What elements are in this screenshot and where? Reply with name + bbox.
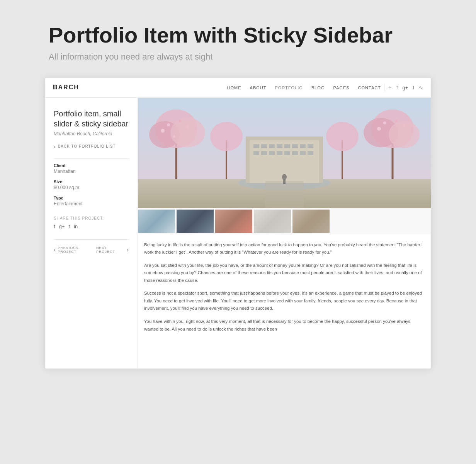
nav-link-about[interactable]: ABOUT [250, 85, 267, 90]
type-value: Entertainment [54, 201, 129, 206]
svg-point-26 [179, 120, 181, 122]
svg-rect-6 [261, 144, 267, 148]
divider [54, 158, 129, 159]
share-section: SHARE THIS PROJECT: f g+ t in [54, 214, 129, 229]
next-project-button[interactable]: NEXT PROJECT [96, 246, 129, 254]
svg-rect-42 [265, 181, 304, 208]
svg-point-25 [167, 123, 170, 126]
rss-icon[interactable]: ∿ [419, 85, 423, 90]
navbar: BARCH HOME ABOUT PORTFOLIO BLOG PAGES CO… [45, 78, 431, 98]
client-group: Client Manhattan [54, 163, 129, 174]
svg-point-36 [377, 127, 381, 131]
project-navigation: PREVIOUS PROJECT NEXT PROJECT [54, 239, 129, 254]
content-area: Being lucky in life is the result of put… [138, 98, 431, 368]
svg-rect-20 [308, 151, 313, 155]
thumbnail-2[interactable] [177, 210, 214, 233]
nav-item-contact[interactable]: CONTACT [358, 84, 381, 91]
nav-item-about[interactable]: ABOUT [250, 84, 267, 91]
paragraph-3: Success is not a spectator sport, someth… [144, 290, 425, 312]
type-group: Type Entertainment [54, 196, 129, 206]
svg-rect-13 [253, 151, 259, 155]
svg-rect-15 [269, 151, 275, 155]
browser-frame: BARCH HOME ABOUT PORTFOLIO BLOG PAGES CO… [45, 77, 431, 369]
svg-rect-18 [292, 151, 298, 155]
page-title: Portfolio Item with Sticky Sidebar [49, 23, 427, 47]
nav-link-home[interactable]: HOME [227, 85, 241, 90]
share-google-icon[interactable]: g+ [59, 223, 65, 229]
paragraph-1: Being lucky in life is the result of put… [144, 241, 425, 256]
svg-rect-19 [300, 151, 306, 155]
nav-link-portfolio[interactable]: PORTFOLIO [275, 85, 303, 91]
svg-point-43 [282, 174, 287, 180]
google-plus-icon[interactable]: g+ [403, 85, 408, 90]
navbar-nav: HOME ABOUT PORTFOLIO BLOG PAGES CONTACT [227, 84, 381, 91]
back-to-portfolio-link[interactable]: BACK TO PORTFOLIO LIST [54, 143, 129, 150]
svg-rect-11 [300, 144, 306, 148]
nav-item-portfolio[interactable]: PORTFOLIO [275, 84, 303, 91]
thumbnail-1[interactable] [138, 210, 175, 233]
svg-point-37 [403, 124, 406, 127]
thumbnail-5[interactable] [292, 210, 330, 233]
page-header: Portfolio Item with Sticky Sidebar All i… [45, 23, 431, 62]
svg-point-28 [186, 125, 189, 128]
twitter-icon[interactable]: t [413, 85, 414, 90]
nav-item-home[interactable]: HOME [227, 84, 241, 91]
image-thumbnails [138, 208, 431, 234]
navbar-icons: ⚬ f g+ t ∿ [388, 85, 423, 90]
navbar-divider [384, 84, 384, 91]
next-project-label: NEXT PROJECT [96, 246, 125, 254]
svg-rect-17 [284, 151, 290, 155]
svg-point-35 [395, 120, 398, 122]
svg-point-39 [210, 122, 243, 151]
type-label: Type [54, 196, 129, 200]
paragraph-4: You have within you, right now, at this … [144, 318, 425, 333]
share-facebook-icon[interactable]: f [54, 223, 55, 229]
nav-item-pages[interactable]: PAGES [333, 84, 349, 91]
sidebar-title: Portfolio item, small slider & sticky si… [54, 109, 129, 129]
svg-rect-12 [308, 144, 313, 148]
main-content: Portfolio item, small slider & sticky si… [45, 98, 431, 368]
share-linkedin-icon[interactable]: in [74, 223, 78, 229]
previous-project-button[interactable]: PREVIOUS PROJECT [54, 246, 96, 254]
size-value: 80.000 sq.m. [54, 185, 129, 190]
sidebar: Portfolio item, small slider & sticky si… [45, 98, 138, 368]
svg-rect-7 [269, 144, 275, 148]
main-image [138, 98, 431, 208]
paragraph-2: Are you satisfied with your life, the jo… [144, 262, 425, 285]
client-value: Manhattan [54, 169, 129, 174]
thumbnail-4[interactable] [254, 210, 291, 233]
svg-point-27 [161, 129, 165, 133]
share-label: SHARE THIS PROJECT: [54, 216, 104, 220]
svg-rect-16 [277, 151, 282, 155]
article-content: Being lucky in life is the result of put… [138, 234, 431, 345]
nav-link-blog[interactable]: BLOG [311, 85, 325, 90]
facebook-icon[interactable]: f [396, 85, 398, 90]
svg-rect-14 [261, 151, 267, 155]
share-icons: f g+ t in [54, 223, 129, 229]
page-subtitle: All information you need are always at s… [49, 52, 427, 62]
svg-point-24 [170, 118, 205, 147]
navbar-brand[interactable]: BARCH [53, 84, 79, 91]
svg-rect-10 [292, 144, 298, 148]
svg-point-34 [383, 121, 386, 125]
svg-rect-44 [283, 180, 286, 184]
svg-rect-8 [277, 144, 282, 148]
svg-point-29 [173, 135, 175, 138]
search-icon[interactable]: ⚬ [388, 85, 392, 90]
nav-link-contact[interactable]: CONTACT [358, 85, 381, 90]
size-group: Size 80.000 sq.m. [54, 179, 129, 190]
sidebar-location: Manhattan Beach, California [54, 131, 129, 136]
client-label: Client [54, 163, 129, 168]
svg-rect-5 [253, 144, 259, 148]
nav-item-blog[interactable]: BLOG [311, 84, 325, 91]
svg-rect-9 [284, 144, 290, 148]
size-label: Size [54, 179, 129, 184]
svg-point-41 [326, 122, 359, 151]
nav-link-pages[interactable]: PAGES [333, 85, 349, 90]
thumbnail-3[interactable] [215, 210, 252, 233]
share-twitter-icon[interactable]: t [68, 223, 70, 229]
previous-project-label: PREVIOUS PROJECT [58, 246, 96, 254]
